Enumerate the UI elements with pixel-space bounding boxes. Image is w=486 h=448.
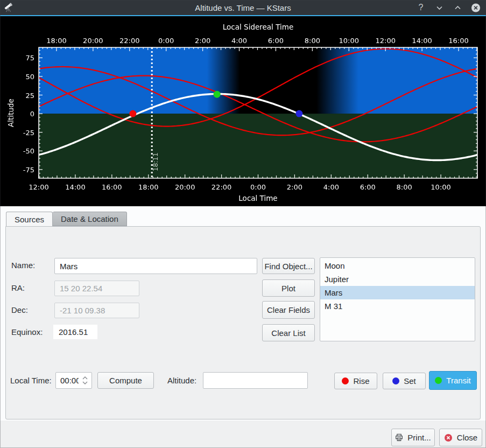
list-item-moon[interactable]: Moon [320, 259, 475, 272]
print-button-label: Print... [407, 433, 431, 442]
equinox-value: 2016.51 [53, 325, 97, 339]
list-item-m31[interactable]: M 31 [320, 299, 475, 313]
compute-button[interactable]: Compute [97, 372, 154, 389]
spin-up-icon[interactable] [82, 376, 88, 380]
dec-input[interactable] [54, 303, 139, 318]
footer: Print... Close [0, 421, 486, 448]
spin-down-icon[interactable] [82, 381, 88, 384]
close-dialog-icon [444, 433, 453, 442]
transit-marker-dot [435, 377, 442, 384]
rise-button-label: Rise [353, 376, 369, 386]
altitude-label: Altitude: [167, 376, 196, 385]
list-item-jupiter[interactable]: Jupiter [320, 272, 475, 286]
transit-button[interactable]: Transit [429, 371, 477, 390]
sources-panel: Name: RA: Dec: Equinox: 2016.51 Find Obj… [5, 226, 481, 419]
transit-button-label: Transit [446, 376, 470, 385]
close-button-label: Close [457, 433, 477, 442]
close-button[interactable]: Close [439, 429, 482, 446]
tab-date-location[interactable]: Date & Location [53, 212, 127, 226]
altitude-plot [0, 16, 486, 206]
local-time-spinbox[interactable] [55, 372, 92, 389]
set-button-label: Set [404, 376, 416, 386]
tabbar: Sources Date & Location [0, 206, 486, 226]
name-input[interactable] [54, 258, 257, 274]
printer-icon [395, 433, 403, 442]
local-time-label: Local Time: [10, 376, 52, 385]
dialog-content: Sources Date & Location Name: RA: Dec: E… [0, 206, 486, 421]
set-marker-dot [392, 377, 399, 384]
clear-fields-button[interactable]: Clear Fields [262, 301, 315, 319]
equinox-label: Equinox: [11, 327, 43, 337]
tab-sources[interactable]: Sources [6, 212, 53, 226]
rise-button[interactable]: Rise [334, 373, 377, 389]
titlebar: Altitude vs. Time — KStars ? [0, 0, 486, 15]
shade-up-icon[interactable] [453, 3, 462, 12]
shade-down-icon[interactable] [434, 3, 444, 12]
list-item-mars[interactable]: Mars [320, 286, 475, 299]
ra-label: RA: [11, 283, 25, 292]
name-label: Name: [11, 261, 35, 270]
source-listbox: Moon Jupiter Mars M 31 [320, 257, 475, 341]
print-button[interactable]: Print... [391, 429, 435, 446]
dec-label: Dec: [11, 305, 28, 314]
clear-list-button[interactable]: Clear List [262, 324, 315, 341]
find-object-button[interactable]: Find Object... [262, 258, 315, 274]
ra-input[interactable] [54, 281, 139, 296]
local-time-input[interactable] [56, 373, 79, 388]
rise-marker-dot [342, 377, 349, 384]
set-button[interactable]: Set [383, 373, 426, 389]
kstars-telescope-icon [3, 2, 15, 13]
altitude-input[interactable] [203, 372, 308, 389]
plot-button[interactable]: Plot [262, 279, 315, 297]
close-icon[interactable] [471, 3, 481, 12]
window-title: Altitude vs. Time — KStars [0, 3, 486, 12]
help-icon[interactable]: ? [416, 3, 426, 12]
